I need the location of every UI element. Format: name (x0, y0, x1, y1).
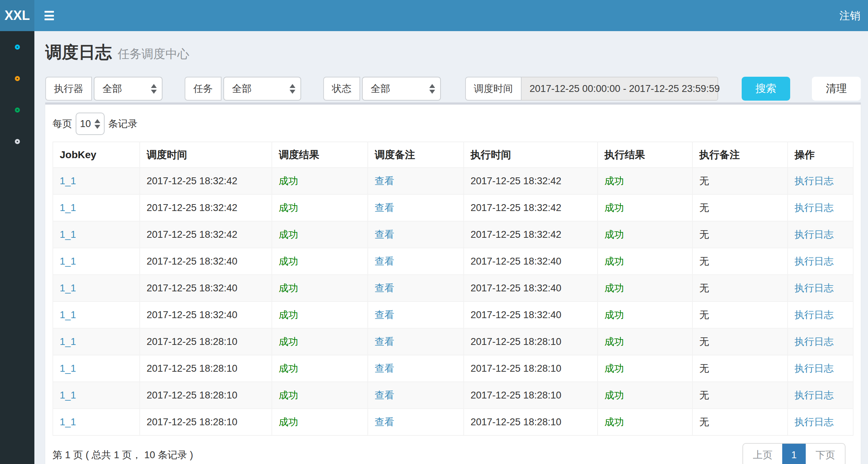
select-stepper-icon (94, 119, 100, 129)
trigger-msg-link[interactable]: 查看 (375, 202, 394, 213)
exec-log-link[interactable]: 执行日志 (795, 309, 834, 320)
jobkey-link[interactable]: 1_1 (60, 417, 76, 427)
col-header-handle-time: 执行时间 (464, 142, 598, 168)
exec-log-link[interactable]: 执行日志 (795, 417, 834, 427)
handle-msg-cell: 无 (692, 409, 788, 435)
trigger-result-cell: 成功 (272, 221, 368, 248)
executor-filter-label: 执行器 (45, 77, 92, 101)
trigger-msg-cell: 查看 (368, 355, 464, 382)
handle-result-cell: 成功 (598, 194, 692, 221)
exec-log-link[interactable]: 执行日志 (795, 283, 834, 294)
exec-log-link[interactable]: 执行日志 (795, 256, 834, 267)
handle-result-cell: 成功 (598, 248, 692, 275)
jobkey-link[interactable]: 1_1 (60, 229, 76, 240)
jobkey-cell: 1_1 (53, 328, 140, 355)
handle-time-cell: 2017-12-25 18:32:42 (464, 194, 598, 221)
executor-filter-select[interactable]: 全部 (94, 77, 163, 101)
action-cell: 执行日志 (788, 168, 853, 194)
sidebar-item-2[interactable] (0, 63, 34, 94)
job-filter-label: 任务 (185, 77, 222, 101)
trigger-msg-link[interactable]: 查看 (375, 336, 394, 347)
jobkey-link[interactable]: 1_1 (60, 202, 76, 213)
jobkey-cell: 1_1 (53, 221, 140, 248)
action-cell: 执行日志 (788, 301, 853, 328)
exec-log-link[interactable]: 执行日志 (795, 336, 834, 347)
handle-time-cell: 2017-12-25 18:28:10 (464, 409, 598, 435)
trigger-result-cell: 成功 (272, 355, 368, 382)
trigger-msg-cell: 查看 (368, 248, 464, 275)
jobkey-link[interactable]: 1_1 (60, 256, 76, 267)
table-row: 1_1 2017-12-25 18:32:42 成功 查看 2017-12-25… (53, 221, 853, 248)
circle-icon (15, 107, 20, 113)
trigger-time-cell: 2017-12-25 18:28:10 (140, 328, 272, 355)
trigger-result-cell: 成功 (272, 409, 368, 435)
select-stepper-icon (429, 84, 435, 94)
handle-result-cell: 成功 (598, 382, 692, 409)
trigger-time-range-input[interactable]: 2017-12-25 00:00:00 - 2017-12-25 23:59:5… (522, 77, 718, 101)
trigger-msg-link[interactable]: 查看 (375, 363, 394, 374)
trigger-time-cell: 2017-12-25 18:28:10 (140, 409, 272, 435)
trigger-msg-link[interactable]: 查看 (375, 176, 394, 186)
page-header: 调度日志 任务调度中心 (45, 41, 861, 64)
table-row: 1_1 2017-12-25 18:28:10 成功 查看 2017-12-25… (53, 409, 853, 435)
trigger-msg-link[interactable]: 查看 (375, 283, 394, 294)
handle-result-cell: 成功 (598, 355, 692, 382)
exec-log-link[interactable]: 执行日志 (795, 363, 834, 374)
sidebar-item-3[interactable] (0, 94, 34, 126)
sidebar-item-4[interactable] (0, 126, 34, 157)
trigger-msg-link[interactable]: 查看 (375, 256, 394, 267)
table-footer: 第 1 页 ( 总共 1 页， 10 条记录 ) 上页 1 下页 (52, 443, 854, 464)
handle-time-cell: 2017-12-25 18:32:42 (464, 221, 598, 248)
app-logo[interactable]: XXL (0, 0, 34, 31)
prev-page-button[interactable]: 上页 (743, 444, 782, 464)
action-cell: 执行日志 (788, 248, 853, 275)
handle-result-cell: 成功 (598, 301, 692, 328)
log-table-body: 1_1 2017-12-25 18:32:42 成功 查看 2017-12-25… (53, 168, 853, 435)
table-row: 1_1 2017-12-25 18:32:42 成功 查看 2017-12-25… (53, 168, 853, 194)
page-number-button[interactable]: 1 (782, 444, 806, 464)
job-filter-group: 任务 全部 (185, 77, 301, 101)
col-header-trigger-time: 调度时间 (140, 142, 272, 168)
handle-result-cell: 成功 (598, 409, 692, 435)
trigger-time-filter-label: 调度时间 (465, 77, 522, 101)
page-length-select[interactable]: 10 (76, 113, 105, 135)
next-page-button[interactable]: 下页 (806, 444, 845, 464)
jobkey-link[interactable]: 1_1 (60, 176, 76, 186)
handle-result-cell: 成功 (598, 275, 692, 301)
exec-log-link[interactable]: 执行日志 (795, 229, 834, 240)
trigger-msg-link[interactable]: 查看 (375, 417, 394, 427)
trigger-msg-link[interactable]: 查看 (375, 390, 394, 401)
trigger-result-cell: 成功 (272, 248, 368, 275)
trigger-time-cell: 2017-12-25 18:32:40 (140, 275, 272, 301)
jobkey-link[interactable]: 1_1 (60, 363, 76, 374)
trigger-msg-cell: 查看 (368, 301, 464, 328)
pagination-info: 第 1 页 ( 总共 1 页， 10 条记录 ) (52, 448, 193, 461)
logout-button[interactable]: 注销 (839, 0, 860, 31)
handle-result-cell: 成功 (598, 328, 692, 355)
trigger-msg-link[interactable]: 查看 (375, 309, 394, 320)
jobkey-cell: 1_1 (53, 382, 140, 409)
circle-icon (15, 139, 20, 144)
job-filter-select[interactable]: 全部 (223, 77, 301, 101)
sidebar-toggle-icon[interactable] (45, 11, 54, 20)
status-filter-select[interactable]: 全部 (362, 77, 441, 101)
exec-log-link[interactable]: 执行日志 (795, 390, 834, 401)
action-cell: 执行日志 (788, 409, 853, 435)
jobkey-link[interactable]: 1_1 (60, 336, 76, 347)
exec-log-link[interactable]: 执行日志 (795, 176, 834, 186)
select-stepper-icon (290, 84, 295, 94)
table-row: 1_1 2017-12-25 18:28:10 成功 查看 2017-12-25… (53, 328, 853, 355)
exec-log-link[interactable]: 执行日志 (795, 202, 834, 213)
jobkey-link[interactable]: 1_1 (60, 309, 76, 320)
jobkey-link[interactable]: 1_1 (60, 283, 76, 294)
log-box: 每页 10 条记录 JobKey 调度时间 调度结果 调度备注 执行时间 执行结… (45, 102, 861, 464)
handle-msg-cell: 无 (692, 194, 788, 221)
trigger-msg-link[interactable]: 查看 (375, 229, 394, 240)
sidebar-item-1[interactable] (0, 31, 34, 63)
trigger-msg-cell: 查看 (368, 409, 464, 435)
clear-button[interactable]: 清理 (812, 77, 861, 101)
col-header-handle-msg: 执行备注 (692, 142, 788, 168)
jobkey-link[interactable]: 1_1 (60, 390, 76, 401)
search-button[interactable]: 搜索 (742, 77, 790, 101)
jobkey-cell: 1_1 (53, 355, 140, 382)
